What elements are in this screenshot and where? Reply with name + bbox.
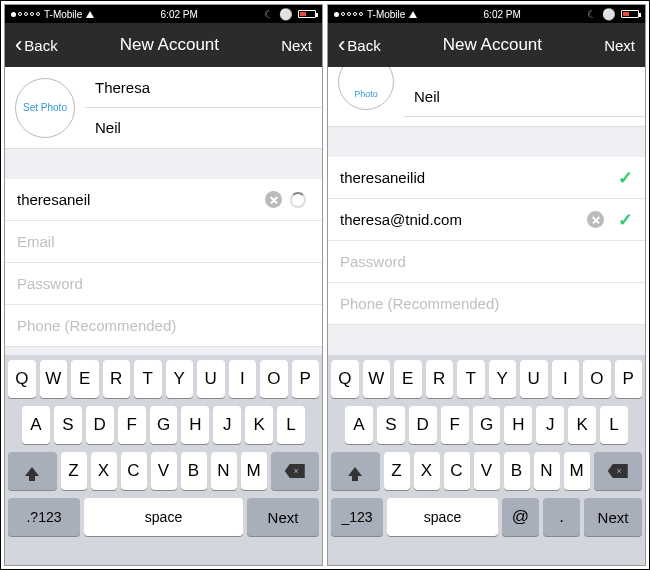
key-w[interactable]: W: [363, 360, 391, 398]
key-n[interactable]: N: [534, 452, 560, 490]
key-f[interactable]: F: [118, 406, 146, 444]
nav-bar: ‹Back New Account Next: [328, 23, 645, 67]
key-d[interactable]: D: [86, 406, 114, 444]
key-f[interactable]: F: [441, 406, 469, 444]
key-i[interactable]: I: [229, 360, 257, 398]
next-button[interactable]: Next: [604, 37, 635, 54]
set-photo-button[interactable]: Photo: [338, 67, 394, 110]
nav-bar: ‹Back New Account Next: [5, 23, 322, 67]
back-button[interactable]: ‹Back: [338, 34, 381, 56]
password-field[interactable]: Password: [328, 241, 645, 283]
key-n[interactable]: N: [211, 452, 237, 490]
key-g[interactable]: G: [473, 406, 501, 444]
email-field[interactable]: Email: [5, 221, 322, 263]
key-a[interactable]: A: [22, 406, 50, 444]
key-u[interactable]: U: [520, 360, 548, 398]
spinner-icon: [290, 192, 306, 208]
key-z[interactable]: Z: [384, 452, 410, 490]
key-l[interactable]: L: [600, 406, 628, 444]
key-b[interactable]: B: [504, 452, 530, 490]
screen-left: T-Mobile 6:02 PM ☾ ⚪ ‹Back New Account N…: [4, 4, 323, 566]
numeric-key[interactable]: _123: [331, 498, 383, 536]
clock: 6:02 PM: [161, 9, 198, 20]
phone-field[interactable]: Phone (Recommended): [328, 283, 645, 325]
key-row-3b: ZXCVBNM: [384, 452, 590, 490]
key-a[interactable]: A: [345, 406, 373, 444]
shift-key[interactable]: [8, 452, 57, 490]
key-p[interactable]: P: [615, 360, 643, 398]
key-i[interactable]: I: [552, 360, 580, 398]
key-t[interactable]: T: [457, 360, 485, 398]
chevron-left-icon: ‹: [338, 34, 345, 56]
key-g[interactable]: G: [150, 406, 178, 444]
password-field[interactable]: Password: [5, 263, 322, 305]
key-u[interactable]: U: [197, 360, 225, 398]
space-key[interactable]: space: [387, 498, 498, 536]
lastname-field[interactable]: Neil: [85, 108, 322, 148]
backspace-key[interactable]: ×: [271, 452, 320, 490]
space-key[interactable]: space: [84, 498, 243, 536]
clear-icon[interactable]: [587, 211, 604, 228]
period-key[interactable]: .: [543, 498, 580, 536]
key-y[interactable]: Y: [166, 360, 194, 398]
numeric-key[interactable]: .?123: [8, 498, 80, 536]
key-y[interactable]: Y: [489, 360, 517, 398]
key-x[interactable]: X: [91, 452, 117, 490]
email-field[interactable]: theresa@tnid.com ✓: [328, 199, 645, 241]
key-row-3: ZXCVBNM: [61, 452, 267, 490]
screen-right: T-Mobile 6:02 PM ☾ ⚪ ‹Back New Account N…: [327, 4, 646, 566]
key-v[interactable]: V: [151, 452, 177, 490]
page-title: New Account: [443, 35, 542, 55]
key-h[interactable]: H: [504, 406, 532, 444]
key-e[interactable]: E: [394, 360, 422, 398]
key-h[interactable]: H: [181, 406, 209, 444]
firstname-field[interactable]: Theresa: [85, 68, 322, 108]
key-o[interactable]: O: [260, 360, 288, 398]
key-r[interactable]: R: [426, 360, 454, 398]
key-b[interactable]: B: [181, 452, 207, 490]
key-w[interactable]: W: [40, 360, 68, 398]
keyboard: QWERTYUIOP ASDFGHJKL ZXCVBNM × .?123 spa…: [5, 355, 322, 565]
key-k[interactable]: K: [245, 406, 273, 444]
key-p[interactable]: P: [292, 360, 320, 398]
chevron-left-icon: ‹: [15, 34, 22, 56]
keyboard-next-key[interactable]: Next: [584, 498, 642, 536]
lastname-field[interactable]: Neil: [404, 77, 645, 117]
key-m[interactable]: M: [241, 452, 267, 490]
key-d[interactable]: D: [409, 406, 437, 444]
key-v[interactable]: V: [474, 452, 500, 490]
status-bar: T-Mobile 6:02 PM ☾ ⚪: [328, 5, 645, 23]
key-c[interactable]: C: [121, 452, 147, 490]
key-j[interactable]: J: [213, 406, 241, 444]
key-t[interactable]: T: [134, 360, 162, 398]
key-e[interactable]: E: [71, 360, 99, 398]
username-field[interactable]: theresaneilid ✓: [328, 157, 645, 199]
back-button[interactable]: ‹Back: [15, 34, 58, 56]
key-s[interactable]: S: [54, 406, 82, 444]
key-x[interactable]: X: [414, 452, 440, 490]
next-button[interactable]: Next: [281, 37, 312, 54]
key-m[interactable]: M: [564, 452, 590, 490]
clear-icon[interactable]: [265, 191, 282, 208]
battery-icon: [621, 10, 639, 18]
key-q[interactable]: Q: [8, 360, 36, 398]
key-j[interactable]: J: [536, 406, 564, 444]
key-q[interactable]: Q: [331, 360, 359, 398]
key-z[interactable]: Z: [61, 452, 87, 490]
status-bar: T-Mobile 6:02 PM ☾ ⚪: [5, 5, 322, 23]
at-key[interactable]: @: [502, 498, 539, 536]
key-r[interactable]: R: [103, 360, 131, 398]
key-c[interactable]: C: [444, 452, 470, 490]
shift-key[interactable]: [331, 452, 380, 490]
shift-icon: [348, 467, 362, 476]
key-s[interactable]: S: [377, 406, 405, 444]
key-l[interactable]: L: [277, 406, 305, 444]
key-o[interactable]: O: [583, 360, 611, 398]
key-k[interactable]: K: [568, 406, 596, 444]
backspace-key[interactable]: ×: [594, 452, 643, 490]
phone-field[interactable]: Phone (Recommended): [5, 305, 322, 347]
keyboard-next-key[interactable]: Next: [247, 498, 319, 536]
username-field[interactable]: theresaneil: [5, 179, 322, 221]
signal-dots: [11, 12, 40, 17]
set-photo-button[interactable]: Set Photo: [15, 78, 75, 138]
